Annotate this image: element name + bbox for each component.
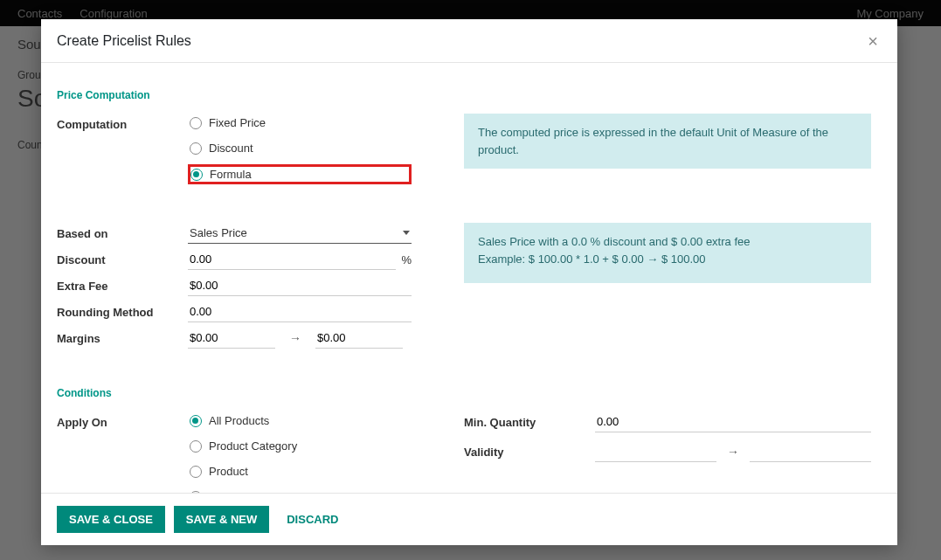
radio-icon [190,142,202,155]
computation-radio-group: Fixed Price Discount Formula [188,114,412,184]
min-qty-input[interactable] [595,411,871,432]
discount-label: Discount [57,249,188,266]
computation-label: Computation [57,114,188,131]
discard-button[interactable]: DISCARD [278,506,347,533]
validity-label: Validity [464,446,595,459]
validity-end-input[interactable] [750,441,871,462]
modal-body: Price Computation Computation Fixed Pric… [41,63,897,493]
save-close-button[interactable]: SAVE & CLOSE [57,506,165,533]
radio-formula[interactable]: Formula [188,164,412,184]
min-qty-label: Min. Quantity [464,416,595,429]
radio-icon [190,440,202,453]
radio-icon [190,169,203,181]
apply-on-radio-group: All Products Product Category Product [188,411,412,493]
modal-footer: SAVE & CLOSE SAVE & NEW DISCARD [41,493,897,545]
radio-all-products[interactable]: All Products [188,411,412,430]
radio-label-variant: Product Variant [209,490,287,493]
save-new-button[interactable]: SAVE & NEW [174,506,269,533]
extra-fee-input[interactable] [188,275,412,296]
radio-discount[interactable]: Discount [188,139,412,157]
info-computation: The computed price is expressed in the d… [464,114,871,169]
radio-label-discount: Discount [209,142,253,155]
discount-suffix: % [401,253,412,266]
radio-product-variant[interactable]: Product Variant [188,487,412,493]
modal-header: Create Pricelist Rules × [41,19,897,63]
based-on-value: Sales Price [190,226,247,239]
based-on-label: Based on [57,223,188,240]
validity-start-input[interactable] [595,441,716,462]
apply-on-label: Apply On [57,411,188,429]
rounding-input[interactable] [188,301,412,322]
section-price-computation: Price Computation [57,89,871,101]
radio-label-category: Product Category [209,439,297,453]
create-pricelist-modal: Create Pricelist Rules × Price Computati… [41,19,897,545]
radio-icon [190,491,202,494]
arrow-right-icon: → [289,331,301,345]
margin-min-input[interactable] [188,328,275,349]
based-on-select[interactable]: Sales Price [188,223,412,244]
margins-label: Margins [57,328,188,345]
info-formula-line1: Sales Price with a 0.0 % discount and $ … [478,233,857,251]
arrow-right-icon: → [727,445,739,459]
chevron-down-icon [403,231,410,235]
info-formula-line2: Example: $ 100.00 * 1.0 + $ 0.00 → $ 100… [478,251,857,268]
radio-fixed-price[interactable]: Fixed Price [188,114,412,132]
extra-fee-label: Extra Fee [57,275,188,293]
close-icon[interactable]: × [864,32,882,50]
radio-label-formula: Formula [210,168,252,181]
radio-product-category[interactable]: Product Category [188,437,412,455]
radio-icon [190,415,202,427]
section-conditions: Conditions [57,387,871,399]
rounding-label: Rounding Method [57,301,188,319]
discount-input[interactable] [188,249,396,270]
radio-icon [190,117,202,129]
radio-icon [190,466,202,478]
radio-label-all: All Products [209,414,269,427]
radio-label-fixed: Fixed Price [209,116,266,129]
radio-product[interactable]: Product [188,462,412,480]
margin-max-input[interactable] [315,328,403,349]
modal-title: Create Pricelist Rules [57,33,191,49]
radio-label-product: Product [209,465,248,478]
info-formula: Sales Price with a 0.0 % discount and $ … [464,223,871,283]
